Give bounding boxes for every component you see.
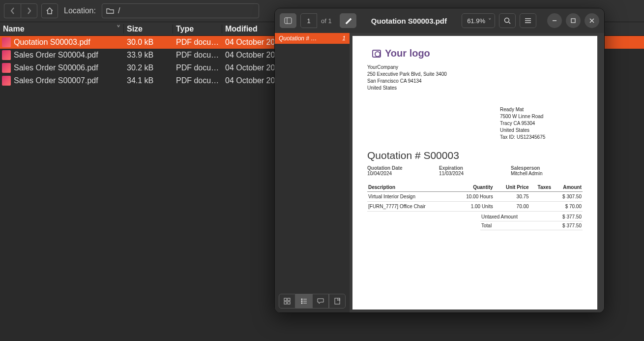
viewer-titlebar: 1 of 1 Quotation S00003.pdf 61.9%˅ xyxy=(275,8,604,33)
line-items-table: Description Quantity Unit Price Taxes Am… xyxy=(367,183,583,212)
home-button[interactable] xyxy=(41,3,58,18)
svg-point-15 xyxy=(301,299,303,300)
svg-rect-13 xyxy=(284,302,287,304)
outline-mode-button[interactable] xyxy=(295,294,312,309)
col-header-name[interactable]: Name˅ xyxy=(0,24,124,33)
zoom-selector[interactable]: 61.9%˅ xyxy=(462,13,495,28)
folder-icon xyxy=(106,7,114,14)
company-address: YourCompany 250 Executive Park Blvd, Sui… xyxy=(367,64,583,92)
customer-address: Ready Mat 7500 W Linne Road Tracy CA 953… xyxy=(500,106,583,141)
maximize-button[interactable] xyxy=(566,13,581,28)
svg-point-2 xyxy=(505,18,509,23)
svg-line-3 xyxy=(509,22,510,24)
viewer-sidebar: Quotation # … 1 xyxy=(275,33,350,312)
location-label: Location: xyxy=(62,6,98,15)
svg-rect-12 xyxy=(288,298,290,301)
svg-rect-14 xyxy=(288,302,290,304)
forward-button[interactable] xyxy=(21,3,37,18)
svg-rect-8 xyxy=(571,19,575,23)
page-count-label: of 1 xyxy=(317,13,336,28)
pdf-file-icon xyxy=(2,50,11,60)
svg-rect-11 xyxy=(284,298,287,301)
pdf-file-icon xyxy=(2,63,11,73)
chevron-down-icon: ˅ xyxy=(488,17,492,25)
totals: Untaxed Amount$ 377.50 Total$ 377.50 xyxy=(367,213,583,230)
toggle-sidebar-button[interactable] xyxy=(280,13,296,28)
page-viewport[interactable]: Your logo YourCompany 250 Executive Park… xyxy=(350,33,604,312)
thumbnails-mode-button[interactable] xyxy=(279,294,295,309)
camera-icon xyxy=(372,50,381,58)
outline-label: Quotation # … xyxy=(279,35,317,42)
svg-rect-21 xyxy=(335,298,340,304)
bookmarks-mode-button[interactable] xyxy=(329,294,346,309)
pdf-page: Your logo YourCompany 250 Executive Park… xyxy=(352,36,597,310)
document-heading: Quotation # S00003 xyxy=(367,150,583,161)
zoom-value: 61.9% xyxy=(467,17,485,25)
location-input[interactable]: / xyxy=(102,3,259,18)
pdf-file-icon xyxy=(2,76,11,86)
annotations-mode-button[interactable] xyxy=(312,294,329,309)
outline-page: 1 xyxy=(342,35,346,42)
back-button[interactable] xyxy=(4,3,21,18)
col-header-type[interactable]: Type xyxy=(173,25,222,33)
logo-text: Your logo xyxy=(385,48,430,59)
pdf-viewer-window: 1 of 1 Quotation S00003.pdf 61.9%˅ Quota… xyxy=(274,8,605,313)
annotate-button[interactable] xyxy=(340,13,356,28)
location-path: / xyxy=(118,6,120,15)
sort-icon: ˅ xyxy=(117,24,123,33)
page-number-input[interactable]: 1 xyxy=(300,13,317,28)
svg-point-19 xyxy=(301,303,303,304)
svg-rect-0 xyxy=(285,18,292,24)
line-item: Virtual Interior Design10.00 Hours30.75$… xyxy=(367,192,583,202)
svg-point-17 xyxy=(301,301,303,302)
document-meta: Quotation Date10/04/2024 Expiration11/03… xyxy=(367,165,583,176)
company-logo: Your logo xyxy=(372,48,583,59)
line-item: [FURN_7777] Office Chair1.00 Units70.00$… xyxy=(367,202,583,212)
document-title: Quotation S00003.pdf xyxy=(360,17,458,25)
minimize-button[interactable] xyxy=(547,13,562,28)
search-button[interactable] xyxy=(499,13,516,28)
close-button[interactable] xyxy=(585,13,599,28)
pdf-file-icon xyxy=(2,37,11,47)
sidebar-mode-switch xyxy=(279,294,346,309)
col-header-size[interactable]: Size xyxy=(124,25,173,33)
outline-entry[interactable]: Quotation # … 1 xyxy=(275,33,350,44)
menu-button[interactable] xyxy=(520,13,536,28)
